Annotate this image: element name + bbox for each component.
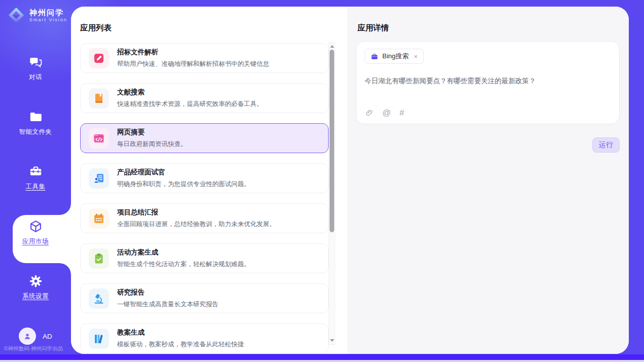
bottom-accent-bar [0,354,644,360]
sidebar-nav-item[interactable]: 系统设置 [0,260,71,315]
nav-label: 对话 [29,73,42,82]
brand-name: 神州问学 [29,8,67,17]
app-icon [93,52,105,64]
person-icon [23,332,32,341]
user-row: AD [19,328,52,345]
app-icon-tile [89,168,109,189]
app-description: 帮助用户快速、准确地理解和解析招标书中的关键信息 [117,60,269,68]
app-card[interactable]: 教案生成 模板驱动，教案秒成，教学准备从此轻松快捷 [80,323,329,353]
mention-icon[interactable]: @ [382,108,391,117]
app-icon [93,333,105,345]
app-description: 一键智能生成高质量长文本研究报告 [117,300,219,309]
input-toolbar: @ # [365,108,404,117]
sidebar-nav: 对话 智能文件夹 工具集 应用市场 系统设置 [0,41,71,315]
app-icon-tile [89,208,109,229]
scroll-up-button[interactable] [329,43,335,50]
bottom-edge-strip [0,360,644,362]
app-icon-tile [89,128,109,149]
sidebar-nav-item[interactable]: 对话 [0,41,71,96]
app-card[interactable]: 研究报告 一键智能生成高质量长文本研究报告 [80,283,329,313]
app-icon-tile [89,88,109,108]
app-detail-panel: 应用详情 Bing搜索 × 今日湖北有哪些新闻要点？有哪些需要关注的最新政策？ … [347,7,629,354]
list-scrollbar[interactable] [329,42,335,345]
app-description: 明确身份和职责，为您提供专业性的面试问题。 [117,180,251,189]
triangle-down-icon [330,339,334,342]
nav-icon [29,165,43,178]
app-icon [93,92,105,104]
app-list-title: 应用列表 [80,23,112,33]
brand-subtitle: Smart Vision [29,17,67,22]
nav-icon [29,110,43,124]
triangle-up-icon [330,45,334,48]
nav-label: 工具集 [26,183,46,191]
app-icon [93,212,105,225]
app-description: 智能生成个性化活动方案，轻松解决规划难题。 [117,260,251,269]
app-description: 模板驱动，教案秒成，教学准备从此轻松快捷 [117,340,244,349]
app-card[interactable]: 文献搜索 快速精准查找学术资源，提高研究效率的必备工具。 [80,83,329,113]
tool-tag-bing[interactable]: Bing搜索 × [365,49,424,64]
app-name: 研究报告 [117,288,219,297]
app-card[interactable]: 产品经理面试官 明确身份和职责，为您提供专业性的面试问题。 [80,163,329,193]
app-card[interactable]: 项目总结汇报 全面回顾项目进展，总结经验教训，助力未来优化发展。 [80,203,329,233]
sidebar-nav-item[interactable]: 工具集 [0,151,71,205]
nav-label: 智能文件夹 [19,128,52,136]
nav-icon [29,220,43,233]
app-icon [93,252,105,265]
app-icon-tile [89,48,109,68]
scrollbar-thumb[interactable] [330,50,334,232]
app-description: 全面回顾项目进展，总结经验教训，助力未来优化发展。 [117,220,276,229]
app-detail-title: 应用详情 [357,23,389,33]
sidebar-nav-item[interactable]: 智能文件夹 [0,96,71,151]
paperclip-icon[interactable] [365,108,374,117]
nav-icon [29,55,43,69]
app-window: 神州问学 Smart Vision 对话 智能文件夹 工具集 应用市场 [0,0,644,362]
app-icon [93,293,105,305]
main-content: 应用列表 招标文件解析 帮助用户快速、准确地理解和解析招标书中的关键信息 [71,7,629,354]
nav-label: 系统设置 [22,292,49,301]
user-avatar[interactable] [19,328,36,345]
app-icon-tile [89,248,109,269]
copyright-footer: ©神州数码·神州问学出品 [4,345,72,352]
app-icon-tile [89,329,109,349]
app-list-panel: 应用列表 招标文件解析 帮助用户快速、准确地理解和解析招标书中的关键信息 [71,7,347,354]
app-name: 活动方案生成 [117,248,251,257]
run-button[interactable]: 运行 [592,137,620,153]
hash-icon[interactable]: # [400,108,404,117]
app-icon [93,172,105,185]
sidebar-nav-item[interactable]: 应用市场 [0,205,71,260]
nav-label: 应用市场 [22,237,49,246]
app-card[interactable]: 网页摘要 每日政府新闻资讯快查。 [80,123,329,153]
app-name: 项目总结汇报 [117,208,276,217]
app-list: 招标文件解析 帮助用户快速、准确地理解和解析招标书中的关键信息 文献搜索 快速精… [80,43,329,354]
tool-tag-label: Bing搜索 [382,52,409,61]
app-icon [93,132,105,144]
sidebar: 神州问学 Smart Vision 对话 智能文件夹 工具集 应用市场 [0,0,71,362]
app-icon-tile [89,288,109,309]
app-card[interactable]: 活动方案生成 智能生成个性化活动方案，轻松解决规划难题。 [80,243,329,273]
query-card: Bing搜索 × 今日湖北有哪些新闻要点？有哪些需要关注的最新政策？ @ # [356,41,620,124]
app-name: 网页摘要 [117,128,187,137]
app-name: 招标文件解析 [117,48,269,57]
user-name: AD [43,333,52,340]
brand-logo: 神州问学 Smart Vision [7,6,67,24]
scroll-down-button[interactable] [329,337,335,344]
app-name: 文献搜索 [117,88,263,97]
query-input[interactable]: 今日湖北有哪些新闻要点？有哪些需要关注的最新政策？ [365,76,611,86]
close-icon[interactable]: × [414,53,418,60]
app-description: 快速精准查找学术资源，提高研究效率的必备工具。 [117,100,263,108]
briefcase-icon [371,53,378,60]
app-name: 教案生成 [117,328,244,337]
app-card[interactable]: 招标文件解析 帮助用户快速、准确地理解和解析招标书中的关键信息 [80,43,329,73]
nav-icon [29,274,43,288]
diamond-logo-icon [7,6,25,24]
app-description: 每日政府新闻资讯快查。 [117,140,187,149]
app-name: 产品经理面试官 [117,168,251,177]
